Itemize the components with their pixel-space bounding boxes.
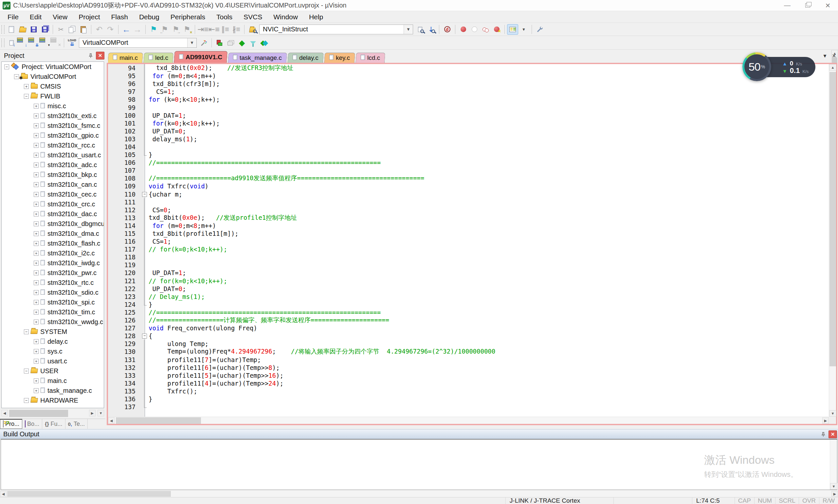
collapse-icon[interactable]: − [24,329,29,334]
code-line-115[interactable]: 115 txd_8bit(profile11[m]); [108,230,829,237]
expand-icon[interactable]: + [34,339,39,344]
batch-build-icon[interactable]: ▼ [39,38,50,48]
panel-tab-fu[interactable]: {}Fu... [42,419,65,429]
project-tree-hscrollbar[interactable]: ◀ ▶ ▼ [1,410,104,417]
project-panel-close-icon[interactable]: ✕ [96,52,104,59]
speed-monitor-widget[interactable]: ▲ 0 K/s ▼ 0.1 K/s 50 % [743,52,818,83]
tree-item-stm32f10x-adc-c[interactable]: +stm32f10x_adc.c [2,160,104,170]
menu-project[interactable]: Project [73,13,105,21]
code-line-117[interactable]: 117// for(k=0;k<10;k++); [108,245,829,253]
expand-icon[interactable]: + [34,388,39,393]
find-all-references-icon[interactable]: d [441,24,453,35]
expand-icon[interactable]: + [34,378,39,383]
code-line-130[interactable]: 130 Temp=(ulong)Freq*4.294967296; //将输入频… [108,348,829,356]
code-line-128[interactable]: 128{ [108,332,829,340]
tree-item-system[interactable]: −SYSTEM [2,327,104,337]
tree-item-cmsis[interactable]: +CMSIS [2,82,104,91]
expand-icon[interactable]: + [34,192,39,197]
fold-collapse-icon[interactable] [140,332,149,340]
expand-icon[interactable]: + [24,84,29,89]
editor-tab-lcd-c[interactable]: lcd.c [355,53,385,63]
menu-edit[interactable]: Edit [24,13,47,21]
scroll-right-icon[interactable]: ▶ [822,417,829,424]
collapse-icon[interactable]: − [14,74,19,79]
translate-icon[interactable]: ↓ [6,38,17,48]
code-line-135[interactable]: 135 Txfrc(); [108,387,829,395]
code-line-107[interactable]: 107 [108,166,829,174]
chevron-down-icon[interactable]: ▼ [187,38,196,48]
save-icon[interactable] [28,24,39,35]
tree-item-stm32f10x-wwdg-c[interactable]: +stm32f10x_wwdg.c [2,317,104,327]
scroll-left-icon[interactable]: ◀ [0,491,6,497]
open-file-icon[interactable] [17,24,28,35]
editor-tab-delay-c[interactable]: delay.c [287,53,324,63]
collapse-icon[interactable]: − [24,94,29,99]
code-line-103[interactable]: 103 delay_ms(1); [108,135,829,143]
document-close-icon[interactable]: ✕ [832,53,836,59]
expand-icon[interactable]: + [34,104,39,109]
window-stack-icon[interactable] [225,38,236,48]
code-line-97[interactable]: 97 CS=1; [108,88,829,95]
expand-icon[interactable]: + [34,143,39,148]
code-line-114[interactable]: 114 for (m=0;m<8;m++) [108,222,829,230]
code-line-116[interactable]: 116 CS=1; [108,237,829,245]
code-line-106[interactable]: 106//===================================… [108,159,829,166]
search-combo-value[interactable]: NVIC_InitStruct [260,25,404,33]
expand-icon[interactable]: + [34,300,39,305]
tree-item-hardware[interactable]: −HARDWARE [2,395,104,405]
expand-icon[interactable]: + [34,182,39,187]
expand-icon[interactable]: + [34,349,39,354]
undo-icon[interactable]: ↶ [93,24,105,35]
scroll-down-icon[interactable]: ▼ [98,410,104,416]
expand-icon[interactable]: + [34,123,39,128]
code-line-102[interactable]: 102 UP_DAT=0; [108,127,829,135]
indent-icon[interactable]: ⇥≡ [197,24,209,35]
pin-icon[interactable] [819,430,827,438]
collapse-icon[interactable]: − [24,368,29,374]
code-line-104[interactable]: 104 [108,143,829,151]
code-line-108[interactable]: 108//====================ad9910发送频率值程序==… [108,174,829,182]
tree-item-task-manage-c[interactable]: +task_manage.c [2,385,104,395]
code-line-124[interactable]: 124} [108,301,829,308]
tree-item-stm32f10x-flash-c[interactable]: +stm32f10x_flash.c [2,238,104,248]
tree-item-project-virtualcomport[interactable]: −Project: VirtualCOMPort [2,62,104,72]
code-editor[interactable]: 94 txd_8bit(0x02); //发送CFR3控制字地址95 for (… [108,64,829,417]
code-line-136[interactable]: 136} [108,395,829,403]
code-line-120[interactable]: 120 UP_DAT=1; [108,269,829,277]
code-line-98[interactable]: 98for (k=0;k<10;k++); [108,95,829,103]
expand-icon[interactable]: + [34,231,39,236]
menu-flash[interactable]: Flash [106,13,134,21]
previous-bookmark-icon[interactable]: ⚑← [159,24,170,35]
code-line-127[interactable]: 127void Freq_convert(ulong Freq) [108,324,829,332]
expand-icon[interactable]: + [34,113,39,119]
scroll-left-icon[interactable]: ◀ [108,417,115,424]
code-line-95[interactable]: 95 for (m=0;m<4;m++) [108,72,829,80]
scroll-right-icon[interactable]: ▶ [89,410,95,416]
menu-file[interactable]: File [2,13,24,21]
tree-item-stm32f10x-pwr-c[interactable]: +stm32f10x_pwr.c [2,268,104,278]
load-icon[interactable]: LOAD⇊ [67,38,77,48]
tree-item-stm32f10x-cec-c[interactable]: +stm32f10x_cec.c [2,190,104,199]
expand-icon[interactable]: + [34,290,39,295]
paste-icon[interactable] [77,24,89,35]
editor-hscrollbar[interactable]: ◀ ▶ [108,417,829,424]
tree-item-stm32f10x-tim-c[interactable]: +stm32f10x_tim.c [2,307,104,317]
configure-icon[interactable] [534,24,545,35]
expand-icon[interactable]: + [34,320,39,324]
project-window-icon[interactable] [507,24,518,35]
build-output-close-icon[interactable]: ✕ [828,430,837,438]
scroll-thumb[interactable] [116,417,201,424]
target-options-icon[interactable] [198,38,209,48]
expand-icon[interactable]: + [34,251,39,256]
maximize-button[interactable] [798,0,818,11]
code-line-123[interactable]: 123// Delay_ms(1); [108,293,829,301]
expand-icon[interactable]: + [34,153,39,158]
code-line-119[interactable]: 119 [108,261,829,269]
expand-icon[interactable]: + [34,173,39,177]
menu-window[interactable]: Window [268,13,303,21]
tree-item-sys-c[interactable]: +sys.c [2,346,104,356]
expand-icon[interactable]: + [34,202,39,207]
expand-icon[interactable]: + [34,241,39,246]
stop-build-icon[interactable]: × [50,38,62,48]
tree-item-stm32f10x-usart-c[interactable]: +stm32f10x_usart.c [2,150,104,160]
